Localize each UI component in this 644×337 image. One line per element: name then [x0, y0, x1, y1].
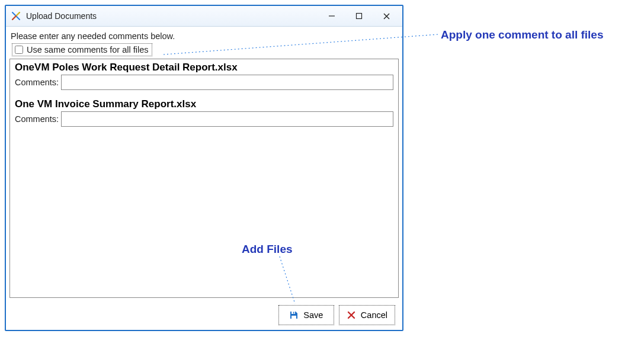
svg-line-14: [280, 256, 295, 304]
svg-line-13: [164, 34, 438, 54]
annotation-lines: [0, 0, 644, 337]
